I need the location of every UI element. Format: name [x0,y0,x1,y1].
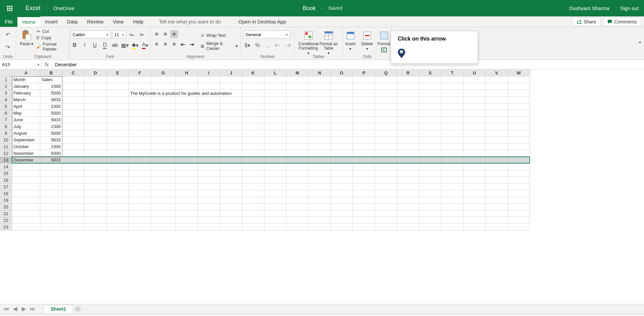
cell-T4[interactable] [441,97,464,103]
column-header-D[interactable]: D [85,69,107,76]
column-header-T[interactable]: T [441,69,464,76]
cell-N20[interactable] [309,204,331,210]
cell-A15[interactable] [12,170,40,177]
column-header-E[interactable]: E [107,69,129,76]
cell-P20[interactable] [353,204,375,210]
center-align-button[interactable]: ≡ [162,41,169,48]
cell-L14[interactable] [264,164,286,170]
cell-R14[interactable] [397,164,419,170]
cell-Q22[interactable] [375,217,397,224]
cell-D11[interactable] [85,143,107,150]
cell-P3[interactable] [353,90,375,97]
cell-N22[interactable] [309,217,331,224]
cell-L11[interactable] [264,143,286,150]
cell-B15[interactable] [40,170,62,177]
cell-M3[interactable] [286,90,309,97]
cell-I5[interactable] [198,103,220,110]
cell-F14[interactable] [129,164,151,170]
cell-C17[interactable] [62,184,85,190]
cell-D6[interactable] [85,110,107,117]
cell-F4[interactable] [129,97,151,103]
cell-B8[interactable]: 2300 [40,123,62,130]
cell-B13[interactable]: 5833 [40,157,62,164]
row-header-6[interactable]: 6 [0,110,12,117]
row-header-5[interactable]: 5 [0,103,12,110]
cell-M20[interactable] [286,204,309,210]
cell-O3[interactable] [331,90,353,97]
cell-F5[interactable] [129,103,151,110]
cell-S20[interactable] [419,204,441,210]
cell-M4[interactable] [286,97,309,103]
shrink-font-button[interactable]: A▾ [138,30,146,39]
cell-O12[interactable] [331,150,353,157]
cell-U2[interactable] [464,83,486,90]
cell-K9[interactable] [242,130,264,137]
cell-Q4[interactable] [375,97,397,103]
decrease-decimal-button[interactable]: ←.0 [283,41,292,49]
cell-F20[interactable] [129,204,151,210]
cell-D14[interactable] [85,164,107,170]
cell-V12[interactable] [486,150,508,157]
add-sheet-button[interactable] [73,304,83,314]
cell-O4[interactable] [331,97,353,103]
cell-K16[interactable] [242,177,264,184]
cell-C10[interactable] [62,137,85,143]
cell-H5[interactable] [176,103,198,110]
cell-Q6[interactable] [375,110,397,117]
cell-R1[interactable] [397,76,419,83]
cell-L23[interactable] [264,224,286,231]
cell-H23[interactable] [176,224,198,231]
cell-U12[interactable] [464,150,486,157]
right-align-button[interactable]: ≡ [170,41,178,48]
cell-Q13[interactable] [375,157,397,164]
cell-N6[interactable] [309,110,331,117]
user-name[interactable]: Dushyant Sharma [564,5,615,11]
bottom-align-button[interactable]: ≡ [170,30,178,38]
cell-W8[interactable] [508,123,530,130]
format-dropdown-arrow[interactable]: ▾ [381,48,387,52]
cell-A7[interactable]: June [12,117,40,123]
cell-P21[interactable] [353,210,375,217]
cell-S17[interactable] [419,184,441,190]
cell-T2[interactable] [441,83,464,90]
cell-D12[interactable] [85,150,107,157]
cell-Q11[interactable] [375,143,397,150]
cell-M6[interactable] [286,110,309,117]
insert-cells-button[interactable]: Insert ▾ [343,28,358,51]
undo-button[interactable]: ↶ [4,30,12,39]
cell-A17[interactable] [12,184,40,190]
cell-A6[interactable]: May [12,110,40,117]
cell-D2[interactable] [85,83,107,90]
cell-N2[interactable] [309,83,331,90]
cell-V9[interactable] [486,130,508,137]
cell-K4[interactable] [242,97,264,103]
cell-M12[interactable] [286,150,309,157]
cell-V21[interactable] [486,210,508,217]
cell-I20[interactable] [198,204,220,210]
cell-J13[interactable] [220,157,242,164]
name-box[interactable]: A13▾ [0,60,42,69]
cell-A21[interactable] [12,210,40,217]
cell-W13[interactable] [508,157,530,164]
cell-B11[interactable]: 2300 [40,143,62,150]
cell-W20[interactable] [508,204,530,210]
row-header-9[interactable]: 9 [0,130,12,137]
cell-B12[interactable]: 5000 [40,150,62,157]
cell-H8[interactable] [176,123,198,130]
cell-J6[interactable] [220,110,242,117]
cell-G8[interactable] [151,123,176,130]
cell-V3[interactable] [486,90,508,97]
sheet-nav-next[interactable]: ▶ [19,306,28,312]
cell-S11[interactable] [419,143,441,150]
open-in-desktop-link[interactable]: Open in Desktop App [234,16,291,27]
cell-F8[interactable] [129,123,151,130]
cell-U5[interactable] [464,103,486,110]
cell-U7[interactable] [464,117,486,123]
cell-H10[interactable] [176,137,198,143]
cell-S7[interactable] [419,117,441,123]
cell-F18[interactable] [129,190,151,197]
cell-V16[interactable] [486,177,508,184]
cell-I1[interactable] [198,76,220,83]
cell-P22[interactable] [353,217,375,224]
row-header-22[interactable]: 22 [0,217,12,224]
